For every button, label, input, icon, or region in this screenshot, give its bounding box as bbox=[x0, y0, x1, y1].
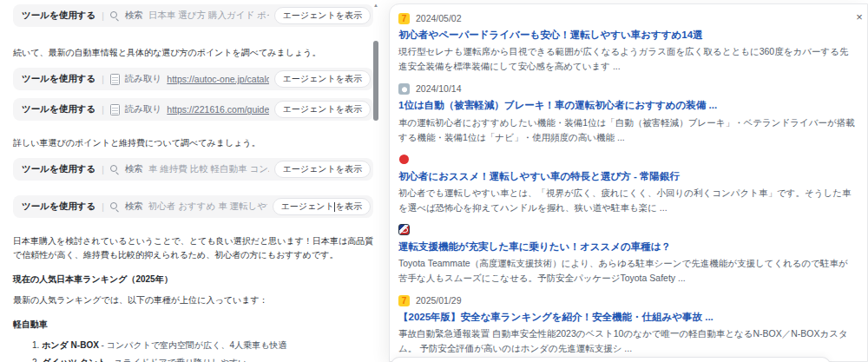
separator: | bbox=[102, 75, 104, 84]
separator: | bbox=[102, 165, 104, 174]
scroll-up-arrow-icon[interactable]: ▲ bbox=[372, 2, 379, 9]
search-result-item: 2024/05/02 初心者やペーパードライバーも安心！運転しやすい車おすすめ1… bbox=[398, 11, 857, 74]
result-date: 2024/05/02 bbox=[416, 13, 462, 23]
result-title-link[interactable]: 運転支援機能が充実した車に乗りたい！オススメの車種は？ bbox=[398, 240, 857, 254]
result-snippet: 車の運転初心者におすすめしたい機能・装備1位は「自動（被害軽減）ブレーキ」・ベテ… bbox=[398, 115, 857, 145]
search-query-text: 車 維持費 比較 軽自動車 コンパクトカー SUV ミニバン bbox=[148, 163, 269, 175]
result-title-link[interactable]: 初心者におススメ！運転しやすい車の特長と選び方 - 常陽銀行 bbox=[398, 169, 857, 184]
search-query-text: 日本車 選び方 購入ガイド ポイント bbox=[148, 10, 269, 22]
car-name: ホンダ N-BOX bbox=[42, 340, 99, 350]
tool-use-label: ツールを使用する bbox=[22, 103, 95, 115]
search-result-item: 初心者におススメ！運転しやすい車の特長と選び方 - 常陽銀行 初心者でも運転しや… bbox=[398, 153, 857, 215]
result-title-link[interactable]: 初心者やペーパードライバーも安心！運転しやすい車おすすめ14選 bbox=[398, 28, 857, 43]
tool-use-row-read-1[interactable]: ツールを使用する | 読み取り https://autoc-one.jp/cat… bbox=[13, 68, 373, 90]
read-url-link[interactable]: https://221616.com/guide/beginner/ bbox=[167, 104, 268, 115]
search-result-item: 2025/01/29 【2025年版】安全な車ランキングを紹介！安全機能・仕組み… bbox=[398, 293, 857, 356]
separator: | bbox=[102, 105, 104, 115]
result-snippet: 事故自動緊急通報装置 自動車安全性能2023のベスト10のなかで唯一の軽自動車と… bbox=[398, 326, 857, 356]
tool-use-label: ツールを使用する bbox=[22, 201, 95, 213]
assistant-message: 詳しい車選びのポイントと維持費について調べてみましょう。 bbox=[13, 136, 376, 150]
document-icon bbox=[110, 104, 120, 115]
list-item: 1. ホンダ N-BOX - コンパクトで室内空間が広く、4人乗車も快適 bbox=[32, 337, 379, 354]
show-agent-button[interactable]: エージェントを表示 bbox=[274, 101, 371, 118]
rank-number: 2. bbox=[32, 358, 39, 362]
tool-action-label: 読み取り bbox=[125, 103, 162, 115]
show-agent-button[interactable]: エージェントを表示 bbox=[273, 198, 371, 215]
favicon-toyota-oval-icon bbox=[398, 224, 410, 235]
result-snippet: Toyota Teammate（高度運転支援技術）により、あらゆる駐車シーンで先… bbox=[398, 256, 857, 286]
favicon-yellow-7-icon bbox=[398, 295, 410, 306]
show-agent-button[interactable]: エージェントを表示 bbox=[274, 70, 371, 88]
tool-action-label: 検索 bbox=[125, 201, 143, 213]
tool-use-row-search-2[interactable]: ツールを使用する | 検索 車 維持費 比較 軽自動車 コンパクトカー SUV … bbox=[13, 158, 373, 181]
favicon-yellow-7-icon bbox=[398, 13, 410, 24]
car-name: ダイハツ タント bbox=[42, 358, 106, 362]
ranking-heading: 現在の人気日本車ランキング（2025年） bbox=[13, 273, 379, 286]
assistant-message: 日本車購入を検討されているということで、とても良い選択だと思います！日本車は高品… bbox=[13, 234, 376, 262]
car-description: - コンパクトで室内空間が広く、4人乗車も快適 bbox=[102, 340, 287, 350]
agent-chat-panel: ツールを使用する | 検索 日本車 選び方 購入ガイド ポイント エージェントを… bbox=[0, 0, 379, 362]
tool-use-row-search-3[interactable]: ツールを使用する | 検索 初心者 おすすめ 車 運転しやすい 安全装備 エージ… bbox=[13, 195, 373, 218]
result-date: 2024/10/14 bbox=[416, 83, 462, 94]
search-icon bbox=[110, 11, 120, 21]
result-title-link[interactable]: 【2025年版】安全な車ランキングを紹介！安全機能・仕組みや事故 ... bbox=[398, 310, 857, 325]
show-agent-button[interactable]: エージェントを表示 bbox=[274, 161, 371, 178]
tool-action-label: 検索 bbox=[125, 163, 143, 175]
favicon-bluegray-camera-icon bbox=[398, 83, 410, 95]
scrollbar-thumb[interactable] bbox=[373, 41, 378, 121]
assistant-message: 最新の人気ランキングでは、以下の車種が上位に入っています： bbox=[13, 293, 376, 307]
tool-action-label: 読み取り bbox=[125, 73, 162, 85]
kei-car-heading: 軽自動車 bbox=[13, 319, 379, 331]
tool-use-label: ツールを使用する bbox=[22, 73, 95, 85]
close-icon[interactable]: × bbox=[852, 10, 866, 24]
chat-scrollbar[interactable]: ▲ bbox=[372, 0, 379, 362]
favicon-red-circle-icon bbox=[399, 155, 409, 164]
list-item: 2. ダイハツ タント - スライドドアで乗り降りしやすい bbox=[32, 354, 379, 362]
document-icon bbox=[110, 74, 120, 85]
result-title-link[interactable]: 1位は自動（被害軽減）ブレーキ！車の運転初心者におすすめの装備 ... bbox=[398, 98, 857, 113]
result-date: 2025/01/29 bbox=[416, 295, 462, 306]
read-url-link[interactable]: https://autoc-one.jp/catalog/ranking/ bbox=[167, 74, 268, 84]
tool-action-label: 検索 bbox=[125, 10, 143, 22]
search-icon bbox=[110, 165, 120, 174]
bottom-floating-panel-edge bbox=[391, 357, 831, 362]
tool-use-label: ツールを使用する bbox=[22, 163, 95, 175]
separator: | bbox=[102, 202, 104, 212]
kei-car-ranking-list: 1. ホンダ N-BOX - コンパクトで室内空間が広く、4人乗車も快適 2. … bbox=[13, 337, 379, 362]
show-agent-button-text: を表示 bbox=[336, 201, 362, 213]
search-icon bbox=[110, 202, 120, 212]
search-result-item: 2024/10/14 1位は自動（被害軽減）ブレーキ！車の運転初心者におすすめの… bbox=[398, 82, 857, 144]
tool-use-label: ツールを使用する bbox=[22, 10, 95, 22]
result-snippet: 初心者でも運転しやすい車とは、「視界が広く、疲れにくく、小回りの利くコンパクト車… bbox=[398, 186, 857, 215]
search-query-text: 初心者 おすすめ 車 運転しやすい 安全装備 bbox=[148, 201, 267, 213]
car-description: - スライドドアで乗り降りしやすい bbox=[108, 358, 247, 362]
result-snippet: 現行型セレナも運転席から目視できる範囲が広くなるようガラス面を広く取るとともに3… bbox=[398, 44, 857, 74]
tool-use-row-search-1[interactable]: ツールを使用する | 検索 日本車 選び方 購入ガイド ポイント エージェントを… bbox=[13, 4, 373, 27]
show-agent-button-text: エージェント bbox=[281, 201, 334, 213]
separator: | bbox=[102, 11, 104, 21]
rank-number: 1. bbox=[32, 340, 39, 350]
search-results-panel: × 2024/05/02 初心者やペーパードライバーも安心！運転しやすい車おすす… bbox=[389, 3, 868, 362]
search-result-item: 運転支援機能が充実した車に乗りたい！オススメの車種は？ Toyota Teamm… bbox=[398, 223, 857, 286]
assistant-message: 続いて、最新の自動車情報と具体的な選び方のポイントを調べてみましょう。 bbox=[13, 46, 376, 60]
show-agent-button[interactable]: エージェントを表示 bbox=[274, 7, 371, 24]
tool-use-row-read-2[interactable]: ツールを使用する | 読み取り https://221616.com/guide… bbox=[13, 98, 373, 121]
